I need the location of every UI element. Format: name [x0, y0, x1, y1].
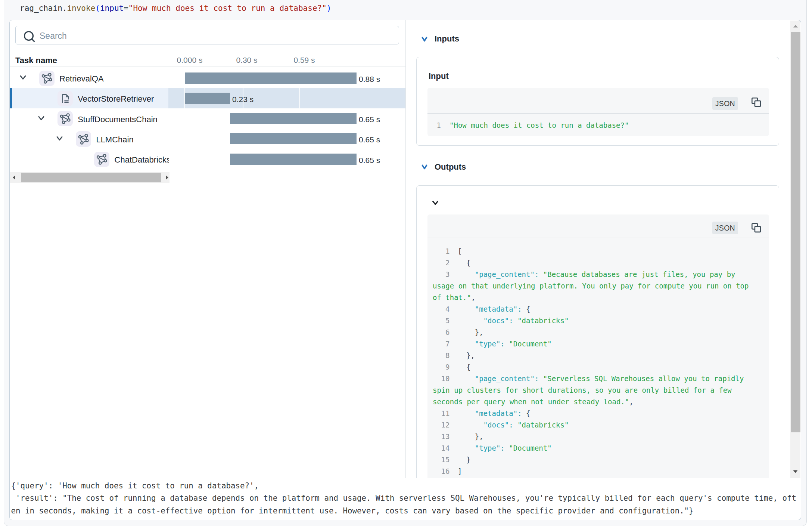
scroll-right-icon[interactable]	[165, 175, 169, 180]
duration-bar[interactable]	[230, 133, 357, 144]
json-code-wrap-line: of that.",	[427, 292, 769, 303]
line-number: 15	[432, 454, 450, 466]
stdout-line: 'result': "The cost of running a databas…	[11, 492, 797, 504]
stdout-line: en in seconds, making it a cost-effectiv…	[11, 505, 797, 517]
json-code-line: 1"How much does it cost to run a databas…	[427, 120, 769, 131]
duration-label: 0.65 s	[359, 108, 380, 130]
duration-label: 0.23 s	[232, 88, 253, 109]
line-number: 6	[432, 327, 450, 338]
json-code-line: 8 },	[427, 350, 769, 361]
scroll-down-icon[interactable]	[793, 470, 798, 473]
row-expander[interactable]	[38, 115, 44, 120]
input-json-code: 1"How much does it cost to run a databas…	[427, 114, 769, 131]
row-expander[interactable]	[56, 136, 63, 141]
notebook-code-line[interactable]: rag_chain.invoke(input="How much does it…	[20, 3, 332, 15]
line-number: 12	[432, 419, 450, 431]
line-number: 2	[432, 257, 450, 269]
json-code-line: 5 "docs": "databricks"	[427, 315, 769, 327]
vertical-scrollbar-thumb[interactable]	[791, 32, 800, 432]
task-name-cell: ChatDatabricks	[10, 149, 169, 169]
json-token: "Document"	[509, 340, 551, 348]
outputs-collapse-icon[interactable]	[421, 164, 427, 170]
chain-icon	[60, 113, 71, 124]
code-token: "How much does it cost to run a database…	[128, 4, 327, 13]
line-number: 11	[432, 408, 450, 419]
task-label: LLMChain	[96, 129, 133, 149]
search-input[interactable]	[15, 26, 399, 44]
json-token	[539, 374, 543, 383]
duration-bar[interactable]	[185, 93, 230, 104]
inputs-section-title: Inputs	[435, 34, 459, 44]
code-token: (	[95, 4, 100, 13]
json-token: },	[458, 351, 475, 359]
json-code-line: 7 "type": "Document"	[427, 338, 769, 350]
json-token: spin up clusters for short durations, so…	[433, 386, 732, 394]
task-row-VectorStoreRetriever[interactable]: VectorStoreRetriever0.23 s	[10, 88, 405, 108]
task-label: ChatDatabricks	[115, 149, 169, 169]
expand-chevron-icon[interactable]	[56, 136, 63, 141]
scroll-up-icon[interactable]	[793, 25, 798, 28]
output-card: JSON 1[2 {3 "page_content": "Because dat…	[416, 185, 779, 478]
stdout-line: {'query': 'How much does it cost to run …	[11, 480, 797, 492]
horizontal-scrollbar-thumb[interactable]	[21, 173, 161, 182]
json-token: "databricks"	[517, 421, 569, 429]
json-token: },	[458, 432, 483, 441]
input-code-header: JSON	[427, 88, 769, 114]
row-expander[interactable]	[20, 75, 26, 80]
vertical-scrollbar[interactable]	[790, 21, 800, 478]
duration-bar[interactable]	[230, 113, 357, 124]
line-number: 3	[432, 269, 450, 280]
scroll-left-icon[interactable]	[12, 175, 16, 180]
task-label: VectorStoreRetriever	[78, 88, 154, 108]
json-token: "metadata":	[458, 409, 522, 417]
code-token: =	[124, 4, 128, 13]
copy-icon[interactable]	[751, 223, 761, 233]
json-code-line: 16]	[427, 466, 769, 477]
json-token: "metadata":	[458, 305, 522, 313]
task-name-column-header: Task name	[15, 56, 57, 65]
line-number: 5	[432, 315, 450, 327]
json-code-line: 4 "metadata": {	[427, 303, 769, 315]
json-token: }	[458, 456, 470, 464]
output-code-block: JSON 1[2 {3 "page_content": "Because dat…	[427, 214, 769, 478]
expand-chevron-icon[interactable]	[20, 75, 26, 80]
line-number: 1	[432, 120, 441, 131]
time-tick-2: 0.59 s	[293, 56, 315, 65]
json-token: },	[458, 328, 483, 336]
json-code-line: 12 "docs": "databricks"	[427, 419, 769, 431]
line-number: 16	[432, 466, 450, 477]
line-number: 9	[432, 361, 450, 373]
json-token: "Because databases are just files, you p…	[543, 270, 735, 278]
json-code-wrap-line: usage on that underlying platform. You o…	[427, 280, 769, 292]
json-code-line: 14 "type": "Document"	[427, 442, 769, 454]
input-field-label: Input	[429, 71, 449, 81]
code-token: )	[327, 4, 332, 13]
task-row-LLMChain[interactable]: LLMChain0.65 s	[10, 129, 405, 149]
json-token: {	[522, 305, 531, 313]
panel-divider	[405, 20, 406, 478]
horizontal-scrollbar[interactable]	[10, 172, 169, 183]
expand-chevron-icon[interactable]	[38, 116, 44, 121]
code-token: input	[100, 4, 124, 13]
search-text-input[interactable]	[40, 27, 376, 45]
json-code-wrap-line: seconds per query when not under steady …	[427, 396, 769, 408]
task-row-RetrievalQA[interactable]: RetrievalQA0.88 s	[10, 68, 405, 88]
time-tick-1: 0.30 s	[236, 56, 257, 65]
time-tick-0: 0.000 s	[177, 56, 203, 65]
line-number: 1	[432, 246, 450, 257]
copy-icon[interactable]	[751, 97, 761, 107]
inputs-collapse-icon[interactable]	[421, 37, 427, 42]
duration-bar[interactable]	[185, 72, 357, 84]
task-label: RetrievalQA	[59, 68, 104, 88]
task-row-StuffDocumentsChain[interactable]: StuffDocumentsChain0.65 s	[10, 108, 405, 129]
task-type-icon-box	[39, 71, 55, 86]
task-row-ChatDatabricks[interactable]: ChatDatabricks0.65 s	[10, 149, 405, 169]
json-code-line: 2 {	[427, 257, 769, 269]
json-token: [	[458, 247, 462, 255]
json-token: "type":	[458, 444, 505, 452]
json-token	[513, 421, 517, 429]
json-token: "docs":	[458, 421, 513, 429]
output-code-header: JSON	[427, 214, 769, 238]
output-collapse-icon[interactable]	[432, 201, 438, 205]
duration-bar[interactable]	[230, 154, 357, 165]
